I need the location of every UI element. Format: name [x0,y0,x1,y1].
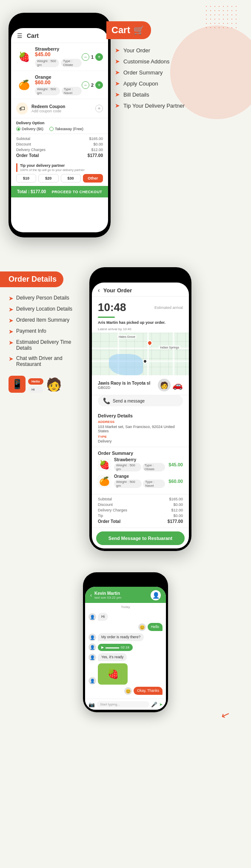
subtotal-label: Subtotal [16,137,30,141]
tip-30-btn[interactable]: $30 [61,174,81,183]
strawberry-img: 🍓 [16,49,31,65]
orange-minus-btn[interactable]: − [82,81,89,89]
arrival-underline [98,317,115,318]
redeem-title: Redeem Coupon [31,104,95,109]
cart-feature-4: ➤ Apply Coupon [115,80,242,87]
orange-plus-btn[interactable]: + [95,81,103,89]
order-phone-screen: ‹ Your Order 10:48 Estimated arrival Ari… [92,283,189,548]
orange-qty-control: − 2 + [82,81,103,89]
checkout-btn: PROCEED TO CHECKOUT [51,190,102,194]
send-message-btn[interactable]: 📞 Send a message [98,395,183,406]
summary-orange-tags: Weight : 500 gm Type : Navel [114,480,165,488]
order-banner-text: Order Details [9,275,57,284]
chat-last-seen: last son 03:22 pm [94,596,148,600]
msg-avatar-yes: 👤 [88,654,96,661]
map-view[interactable]: Hales Grove Indian Springs [92,333,189,375]
chat-contact-name: Kevin Martin [94,591,148,596]
chat-date-divider: Today [85,603,166,611]
chat-back-icon[interactable]: ‹ [90,592,92,598]
summary-strawberry-img: 🍓 [98,458,111,471]
order-tip-val: $0.00 [173,514,183,518]
takeaway-radio[interactable]: Takeaway (Free) [49,127,83,131]
strawberry-minus-btn[interactable]: − [82,53,89,61]
tip-other-btn[interactable]: Other [83,174,103,183]
chat-header-info: Kevin Martin last son 03:22 pm [94,591,148,600]
address-text: 103 Market set, San Francisco, 92024 Uni… [98,425,183,433]
order-arrow-2: ➤ [9,306,14,313]
sum-straw-tag1: Weight : 500 gm [114,463,141,471]
cart-features-list: ➤ Your Order ➤ Customise Addons ➤ Order … [115,47,242,109]
order-arrow-6: ➤ [9,355,14,362]
order-total-row: Order Total $177.00 [16,153,103,158]
back-arrow-icon[interactable]: ‹ [98,287,100,294]
summary-strawberry-price: $45.00 [168,462,183,467]
strawberry-qty: 1 [91,54,94,60]
cart-banner: Cart 🛒 [106,21,151,39]
redeem-plus-btn[interactable]: + [95,105,103,112]
cart-feature-1: ➤ Your Order [115,47,242,54]
chat-bubble-left: Hi [28,386,43,393]
arrow-icon-1: ➤ [115,47,120,54]
order-arrow-1: ➤ [9,295,14,302]
cart-header: ☰ Cart [11,28,108,43]
chat-header: ‹ Kevin Martin last son 03:22 pm 👤 [85,587,166,603]
order-feature-label-1: Delivery Person Details [16,295,69,301]
charges-value: $12.00 [91,148,103,152]
latest-arrival: Latest arrival by 10:40 [92,327,189,333]
cart-phone: ☰ Cart 🍓 Strawberry $45.00 Weight : 500 … [9,13,111,237]
chat-section: ‹ Kevin Martin last son 03:22 pm 👤 Today… [0,568,251,729]
chat-input[interactable]: Start typing... [97,701,149,708]
orange-tags: Weight : 500 gm Type : Navel [35,87,82,95]
order-phone-header: ‹ Your Order [92,283,189,297]
redeem-coupon-row[interactable]: 🏷 Redeem Coupon Add coupon code + [11,99,108,118]
feature-label-2: Customise Addons [123,58,169,65]
summary-orange-info: Orange Weight : 500 gm Type : Navel [114,474,165,488]
order-details-section: Order Details ➤ Delivery Person Details … [0,254,251,568]
orange-price: $60.00 [35,80,82,86]
delivery-option-label: Delivery Option [16,121,103,125]
feature-label-6: Tip Your Delivery Partner [123,103,185,109]
voice-duration: 02:18 [121,645,129,649]
address-label: ADDRESS [98,420,183,424]
charges-label: Delivery Charges [16,148,46,152]
msg-avatar-img: 👤 [88,677,96,685]
hamburger-icon[interactable]: ☰ [17,32,23,39]
cart-title: Cart [27,32,39,39]
tip-title: Tip your delivery partner [20,163,103,168]
mic-icon[interactable]: 🎤 [151,702,157,708]
order-total-label-phone: Order Total [98,519,120,524]
camera-icon[interactable]: 📷 [88,702,95,708]
feature-label-1: Your Order [123,47,150,54]
tip-20-btn[interactable]: $20 [38,174,58,183]
msg-hello: Hello 😊 [88,623,163,631]
tip-10-btn[interactable]: $10 [16,174,36,183]
msg-avatar-hi: 👤 [88,613,96,621]
send-icon[interactable]: ➤ [159,702,163,707]
summary-strawberry-name: Strawberry [114,457,165,462]
msg-image: 👤 🍓 [88,663,163,685]
cart-feature-6: ➤ Tip Your Delivery Partner [115,102,242,109]
driver-name: Jawis Raoy is in Toyota sl [98,381,154,385]
chat-phone: ‹ Kevin Martin last son 03:22 pm 👤 Today… [83,572,168,712]
checkout-bar[interactable]: Total : $177.00 PROCEED TO CHECKOUT [11,186,108,197]
strawberry-name: Strawberry [35,46,82,51]
phone-icon: 📞 [103,397,110,404]
order-feature-label-5: Estimated Delivery Time Details [16,339,85,351]
phone-notch [43,18,77,26]
send-restaurant-btn[interactable]: Send Message to Restuarant [96,531,185,545]
delivery-radio[interactable]: Delivery ($6) [16,127,43,131]
driver-row: Jawis Raoy is in Toyota sl GB02D 🧑 🚗 [92,375,189,395]
type-label: TYPE [98,435,183,439]
orange-qty: 2 [91,83,94,88]
cart-section: ☰ Cart 🍓 Strawberry $45.00 Weight : 500 … [0,0,251,254]
feature-label-5: Bill Details [123,91,149,98]
play-icon[interactable]: ▶ [101,645,104,649]
msg-order-ready: 👤 My order is ready there? [88,633,163,641]
order-arrow-4: ➤ [9,328,14,335]
redeem-text: Redeem Coupon Add coupon code [31,104,95,113]
order-phone-title: Your Order [103,287,132,294]
order-subtotal-val: $165.00 [169,497,183,501]
order-summary-title: Order Summary [98,451,183,456]
arrow-icon-2: ➤ [115,58,120,65]
strawberry-plus-btn[interactable]: + [95,53,103,61]
